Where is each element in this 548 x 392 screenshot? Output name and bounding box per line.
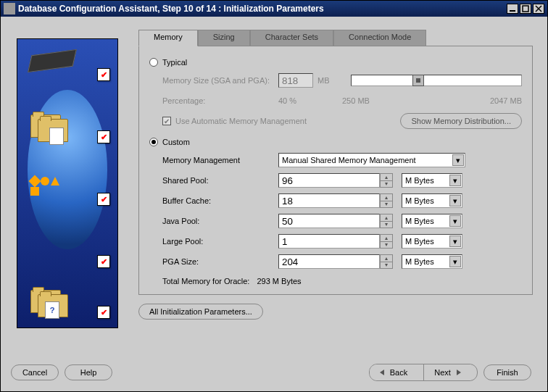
slider-max-label: 2047 MB [490, 96, 522, 105]
minimize-button[interactable] [507, 4, 518, 14]
next-button[interactable]: Next [423, 364, 471, 380]
maximize-button[interactable] [520, 4, 531, 14]
percentage-value: 40 % [278, 96, 335, 105]
close-button[interactable] [533, 4, 544, 14]
shared-pool-input[interactable] [278, 173, 380, 188]
wizard-step-3: ✔ [17, 177, 117, 217]
memory-size-label: Memory Size (SGA and PGA): [162, 76, 278, 85]
step-complete-check: ✔ [97, 255, 110, 268]
cancel-button[interactable]: Cancel [11, 364, 59, 380]
tab-memory[interactable]: Memory [138, 30, 198, 46]
memory-size-unit: MB [317, 76, 339, 85]
pga-size-label: PGA Size: [162, 257, 278, 266]
chevron-down-icon: ▾ [449, 175, 461, 186]
auto-memory-checkbox: ✔ [162, 117, 171, 125]
auto-memory-label: Use Automatic Memory Management [175, 117, 400, 125]
java-pool-label: Java Pool: [162, 217, 278, 225]
step-complete-check: ✔ [97, 68, 110, 81]
custom-label: Custom [162, 138, 190, 146]
back-button[interactable]: Back [370, 364, 418, 380]
memory-management-value: Manual Shared Memory Management [282, 156, 416, 164]
custom-radio[interactable] [149, 138, 158, 146]
slider-thumb [412, 75, 424, 86]
tab-character-sets[interactable]: Character Sets [250, 30, 333, 46]
total-memory-label: Total Memory for Oracle: [162, 277, 249, 285]
wizard-step-4: ✔ [17, 239, 117, 280]
shared-pool-label: Shared Pool: [162, 176, 278, 185]
pga-size-unit-combo[interactable]: M Bytes▾ [402, 254, 462, 269]
step-complete-check: ✔ [97, 193, 110, 206]
tabs: Memory Sizing Character Sets Connection … [138, 30, 533, 46]
chevron-down-icon: ▾ [449, 235, 461, 247]
tab-panel-memory: Typical Memory Size (SGA and PGA): MB Pe… [138, 46, 533, 295]
total-memory-value: 293 M Bytes [257, 277, 301, 285]
wizard-step-5: ? ✔ [17, 290, 117, 330]
chevron-down-icon: ▾ [449, 256, 461, 267]
wizard-sidebar: ✔ ✔ ✔ ✔ [17, 38, 118, 328]
shared-pool-spinner[interactable]: ▴▾ [380, 173, 393, 188]
pga-size-spinner[interactable]: ▴▾ [380, 254, 393, 269]
app-icon [4, 3, 15, 14]
wizard-step-2: ✔ [17, 114, 117, 155]
all-initialization-parameters-button[interactable]: All Initialization Parameters... [138, 304, 263, 320]
slider-min-label: 250 MB [342, 96, 490, 105]
shared-pool-unit-combo[interactable]: M Bytes▾ [402, 173, 462, 188]
memory-slider [351, 75, 522, 86]
java-pool-spinner[interactable]: ▴▾ [380, 214, 393, 228]
typical-label: Typical [162, 58, 187, 67]
wizard-footer: Cancel Help Back Next Finish [1, 362, 547, 383]
large-pool-label: Large Pool: [162, 237, 278, 246]
buffer-cache-unit-combo[interactable]: M Bytes▾ [402, 193, 462, 208]
memory-size-input [278, 73, 313, 88]
tab-sizing[interactable]: Sizing [198, 30, 250, 46]
help-button[interactable]: Help [65, 364, 112, 380]
show-memory-distribution-button: Show Memory Distribution... [400, 113, 522, 129]
large-pool-input[interactable] [278, 234, 380, 249]
step-complete-check: ✔ [97, 306, 110, 319]
shapes-icon [30, 177, 77, 213]
buffer-cache-label: Buffer Cache: [162, 196, 278, 205]
step-complete-check: ✔ [97, 130, 110, 143]
finish-button[interactable]: Finish [483, 364, 531, 380]
chevron-down-icon: ▾ [452, 154, 464, 166]
titlebar: Database Configuration Assistant, Step 1… [1, 1, 547, 17]
svg-rect-1 [523, 6, 528, 12]
chevron-down-icon: ▾ [449, 195, 461, 207]
java-pool-input[interactable] [278, 214, 380, 228]
buffer-cache-spinner[interactable]: ▴▾ [380, 193, 393, 208]
large-pool-unit-combo[interactable]: M Bytes▾ [402, 234, 462, 249]
tab-connection-mode[interactable]: Connection Mode [333, 30, 426, 46]
buffer-cache-input[interactable] [278, 193, 380, 208]
pga-size-input[interactable] [278, 254, 380, 269]
window-title: Database Configuration Assistant, Step 1… [18, 4, 324, 14]
help-folders-icon: ? [30, 290, 77, 326]
chip-icon [30, 52, 77, 88]
arrow-left-icon [380, 370, 384, 375]
chevron-down-icon: ▾ [449, 215, 461, 227]
typical-radio[interactable] [149, 58, 158, 67]
folders-icon [30, 114, 77, 151]
large-pool-spinner[interactable]: ▴▾ [380, 234, 393, 249]
memory-management-combo[interactable]: Manual Shared Memory Management ▾ [278, 153, 465, 167]
wizard-step-1: ✔ [17, 52, 117, 93]
java-pool-unit-combo[interactable]: M Bytes▾ [402, 214, 462, 228]
memory-management-label: Memory Management [162, 156, 278, 164]
percentage-label: Percentage: [162, 96, 278, 105]
arrow-right-icon [457, 370, 461, 375]
